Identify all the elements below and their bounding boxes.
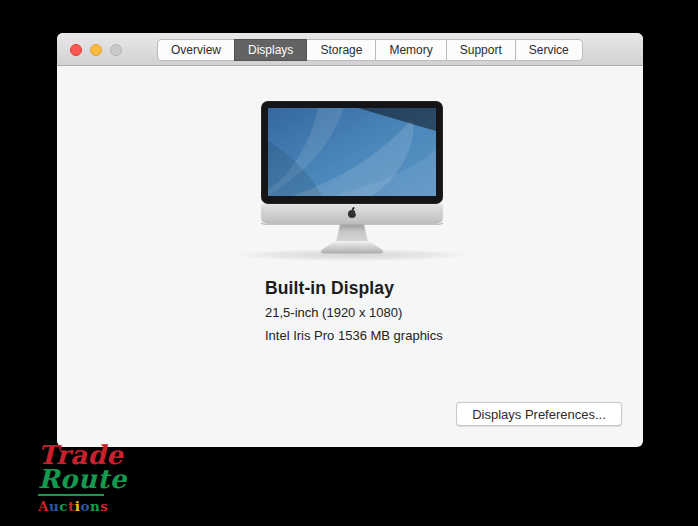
close-button[interactable] bbox=[70, 44, 82, 56]
zoom-button-disabled bbox=[110, 44, 122, 56]
imac-illustration bbox=[222, 101, 482, 263]
display-graphics-info: Intel Iris Pro 1536 MB graphics bbox=[265, 328, 443, 343]
tab-support-label: Support bbox=[460, 43, 502, 57]
logo-auctions-letter: n bbox=[90, 498, 100, 514]
logo-auctions-letter: c bbox=[59, 498, 68, 514]
logo-auctions-letter: A bbox=[38, 498, 49, 514]
display-size-resolution: 21,5-inch (1920 x 1080) bbox=[265, 305, 402, 320]
tab-memory[interactable]: Memory bbox=[375, 39, 446, 61]
tab-bar: Overview Displays Storage Memory Support… bbox=[157, 39, 583, 61]
tab-support[interactable]: Support bbox=[446, 39, 516, 61]
logo-auctions-letter: s bbox=[100, 498, 108, 514]
tab-storage[interactable]: Storage bbox=[306, 39, 376, 61]
imac-stand bbox=[321, 225, 383, 254]
about-this-mac-window: Overview Displays Storage Memory Support… bbox=[57, 33, 643, 447]
trade-route-auctions-logo: Trade Route Auctions bbox=[38, 443, 148, 514]
tab-storage-label: Storage bbox=[320, 43, 362, 57]
display-title: Built-in Display bbox=[265, 278, 394, 299]
logo-divider bbox=[38, 494, 104, 496]
imac-graphic bbox=[222, 101, 482, 263]
tab-overview-label: Overview bbox=[171, 43, 221, 57]
tab-service[interactable]: Service bbox=[515, 39, 583, 61]
tab-overview[interactable]: Overview bbox=[157, 39, 235, 61]
tab-displays-label: Displays bbox=[248, 43, 293, 57]
tab-service-label: Service bbox=[529, 43, 569, 57]
minimize-button[interactable] bbox=[90, 44, 102, 56]
tab-displays[interactable]: Displays bbox=[234, 39, 307, 61]
logo-auctions-text: Auctions bbox=[38, 498, 148, 514]
screenshot-background: Overview Displays Storage Memory Support… bbox=[0, 0, 698, 526]
logo-auctions-letter: u bbox=[49, 498, 59, 514]
imac-screen-wallpaper bbox=[268, 108, 436, 196]
logo-route-text: Route bbox=[38, 467, 148, 491]
displays-preferences-button[interactable]: Displays Preferences... bbox=[456, 402, 622, 426]
logo-auctions-letter: o bbox=[80, 498, 90, 514]
window-controls bbox=[70, 44, 122, 56]
logo-auctions-letter: t bbox=[68, 498, 75, 514]
tab-memory-label: Memory bbox=[389, 43, 432, 57]
window-titlebar[interactable]: Overview Displays Storage Memory Support… bbox=[57, 33, 643, 66]
